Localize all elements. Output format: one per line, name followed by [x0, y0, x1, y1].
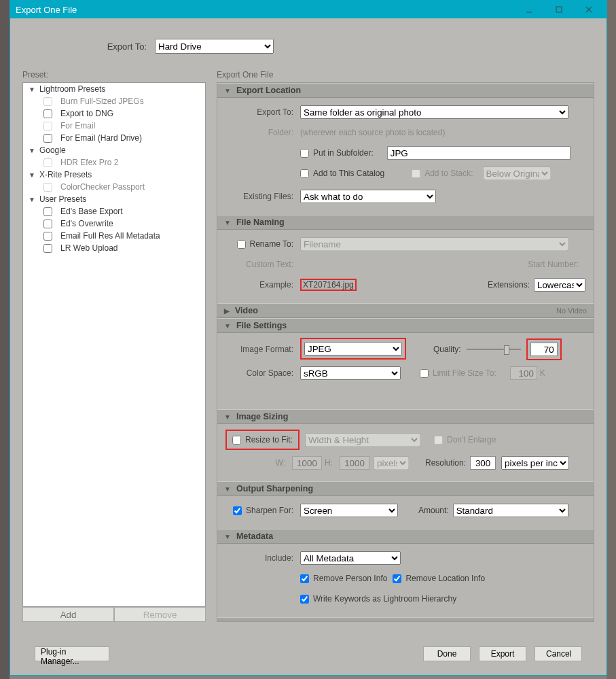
preset-list[interactable]: ▼Lightroom Presets Burn Full-Sized JPEGs…: [22, 82, 206, 607]
include-metadata-select[interactable]: All Metadata: [300, 551, 401, 565]
color-space-label: Color Space:: [225, 368, 300, 378]
preset-checkbox[interactable]: [43, 158, 52, 167]
minimize-button[interactable]: [514, 1, 544, 18]
example-label: Example:: [225, 280, 300, 290]
chevron-down-icon: ▼: [29, 171, 35, 179]
section-sharpening[interactable]: ▼Output Sharpening: [217, 481, 594, 496]
chevron-down-icon: ▼: [29, 86, 35, 93]
height-label: H:: [322, 458, 340, 468]
preset-checkbox[interactable]: [43, 122, 52, 130]
preset-checkbox[interactable]: [43, 134, 52, 143]
section-watermarking[interactable]: ▼Watermarking: [217, 617, 594, 622]
add-catalog-checkbox[interactable]: [300, 169, 309, 178]
quality-field[interactable]: [530, 343, 558, 356]
include-label: Include:: [225, 553, 300, 563]
start-number-label: Start Number:: [528, 260, 585, 269]
folder-label: Folder:: [225, 128, 300, 137]
titlebar: Export One File: [10, 1, 606, 18]
resize-mode-select: Width & Height: [305, 433, 420, 447]
sharpen-for-select[interactable]: Screen: [300, 504, 398, 517]
export-button[interactable]: Export: [479, 646, 526, 661]
rename-template-select: Filename: [300, 237, 568, 251]
resolution-unit-select[interactable]: pixels per inch: [501, 456, 569, 470]
video-note: No Video: [556, 307, 587, 315]
remove-location-checkbox[interactable]: [393, 574, 401, 583]
remove-person-checkbox[interactable]: [300, 574, 309, 583]
subfolder-field[interactable]: [387, 146, 570, 160]
export-to-select[interactable]: Hard Drive: [155, 39, 274, 54]
preset-item[interactable]: Ed's Base Export: [23, 205, 205, 217]
preset-checkbox[interactable]: [43, 232, 52, 241]
right-header: Export One File: [217, 70, 594, 82]
limit-filesize-field: [510, 366, 537, 380]
preset-item[interactable]: HDR Efex Pro 2: [23, 156, 205, 169]
put-subfolder-checkbox[interactable]: [300, 149, 309, 158]
color-space-select[interactable]: sRGB: [300, 366, 401, 380]
preset-group-label: Google: [39, 145, 66, 155]
maximize-button[interactable]: [544, 1, 574, 18]
background-left: [0, 0, 10, 679]
add-preset-button[interactable]: Add: [22, 607, 114, 622]
existing-files-select[interactable]: Ask what to do: [300, 190, 436, 203]
resolution-field[interactable]: [470, 456, 496, 470]
export-to-folder-select[interactable]: Same folder as original photo: [300, 105, 568, 119]
section-file-naming[interactable]: ▼File Naming: [217, 215, 594, 230]
resolution-label: Resolution:: [425, 458, 466, 468]
preset-checkbox[interactable]: [43, 183, 52, 192]
rename-to-checkbox[interactable]: [237, 240, 246, 249]
preset-item[interactable]: ColorChecker Passport: [23, 181, 205, 193]
limit-filesize-checkbox[interactable]: [420, 369, 429, 378]
section-video[interactable]: ▶VideoNo Video: [217, 303, 594, 318]
preset-checkbox[interactable]: [43, 244, 52, 253]
quality-slider[interactable]: [467, 343, 521, 355]
preset-checkbox[interactable]: [43, 97, 52, 106]
chevron-down-icon: ▼: [29, 147, 35, 154]
preset-checkbox[interactable]: [43, 109, 52, 118]
done-button[interactable]: Done: [423, 646, 471, 661]
preset-item[interactable]: LR Web Upload: [23, 242, 205, 254]
sharpen-for-checkbox[interactable]: [233, 506, 242, 515]
plugin-manager-button[interactable]: Plug-in Manager...: [35, 646, 109, 661]
chevron-down-icon: ▼: [29, 196, 35, 203]
preset-item[interactable]: Email Full Res All Metadata: [23, 230, 205, 242]
section-export-location[interactable]: ▼Export Location: [217, 83, 594, 98]
close-button[interactable]: [574, 1, 604, 18]
preset-header: Preset:: [22, 70, 206, 82]
export-to-label: Export To:: [225, 107, 300, 117]
image-format-select[interactable]: JPEG: [304, 342, 402, 355]
width-field: [292, 456, 322, 470]
amount-label: Amount:: [418, 506, 449, 515]
preset-checkbox[interactable]: [43, 207, 52, 216]
preset-item[interactable]: Export to DNG: [23, 107, 205, 120]
section-metadata[interactable]: ▼Metadata: [217, 529, 594, 544]
preset-group-label: User Presets: [39, 194, 86, 204]
background-right: [606, 0, 616, 679]
sharpen-amount-select[interactable]: Standard: [453, 504, 568, 517]
example-filename: XT207164.jpg: [300, 279, 357, 291]
preset-checkbox[interactable]: [43, 220, 52, 228]
window-title: Export One File: [16, 5, 514, 15]
preset-item[interactable]: Ed's Overwrite: [23, 217, 205, 230]
custom-text-label: Custom Text:: [225, 260, 300, 269]
preset-group-lightroom[interactable]: ▼Lightroom Presets: [23, 83, 205, 95]
preset-group-xrite[interactable]: ▼X-Rite Presets: [23, 169, 205, 181]
resize-to-fit-checkbox[interactable]: [232, 436, 241, 445]
folder-value: (wherever each source photo is located): [300, 128, 445, 137]
preset-item[interactable]: For Email (Hard Drive): [23, 132, 205, 144]
section-image-sizing[interactable]: ▼Image Sizing: [217, 409, 594, 424]
remove-preset-button[interactable]: Remove: [114, 607, 206, 622]
preset-group-user[interactable]: ▼User Presets: [23, 193, 205, 205]
chevron-right-icon: ▶: [224, 307, 230, 315]
svg-rect-1: [556, 7, 562, 12]
cancel-button[interactable]: Cancel: [535, 646, 582, 661]
extensions-label: Extensions:: [488, 280, 530, 290]
preset-item[interactable]: Burn Full-Sized JPEGs: [23, 95, 205, 107]
width-label: W:: [225, 458, 292, 468]
write-keywords-checkbox[interactable]: [300, 595, 309, 604]
quality-label: Quality:: [433, 345, 461, 354]
settings-panel[interactable]: ▼Export Location Export To: Same folder …: [217, 82, 594, 622]
preset-item[interactable]: For Email: [23, 120, 205, 132]
extensions-select[interactable]: Lowercase: [534, 278, 585, 292]
preset-group-google[interactable]: ▼Google: [23, 144, 205, 156]
section-file-settings[interactable]: ▼File Settings: [217, 318, 594, 333]
